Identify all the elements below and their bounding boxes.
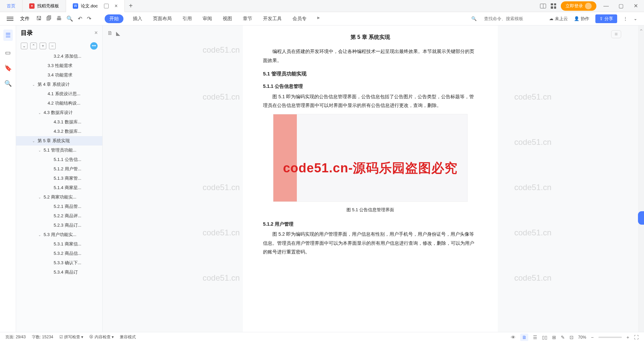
outline-item[interactable]: 3.3 性能需求 [16,61,102,70]
chevron-icon: ⌄ [38,195,42,199]
word-count[interactable]: 字数: 15234 [32,334,53,340]
find-icon[interactable]: 🔍 [4,80,12,87]
more-icon[interactable]: ⋮ [623,16,628,21]
spellcheck-button[interactable]: ☑ 拼写检查 ▾ [59,334,84,340]
main-area: ☰ ▭ 🔖 🔍 目录 × ⌄ ⌃ + − ••• 3.2.4 添加信...3.3… [0,25,644,332]
document-area[interactable]: 🗎 ◣ ≡ 第 5 章 系统实现 编程人员在搭建的开发环境中，会让各种编程技术一… [103,25,638,332]
outline-item[interactable]: ⌄第 4 章 系统设计 [16,80,102,89]
outline-label: 5.3.2 商品信... [54,250,81,256]
outline-item[interactable]: 5.1.3 商家管... [16,174,102,183]
doc-mode-arrow-icon[interactable]: ◣ [116,30,120,37]
close-icon[interactable]: × [115,3,118,9]
outline-item[interactable]: 5.1.4 商家星... [16,183,102,192]
outline-item[interactable]: 4.2 功能结构设... [16,99,102,108]
shapes-icon[interactable]: ▭ [5,49,11,56]
tab-template[interactable]: ✦ 找稻壳模板 [22,0,66,12]
print-icon[interactable]: 🖶 [56,15,62,22]
close-window-button[interactable]: ✕ [631,3,641,9]
cloud-button[interactable]: ☁ 未上云 [549,16,568,22]
zoom-level[interactable]: 70% [578,335,586,340]
save-as-icon[interactable]: 🗐 [46,15,52,22]
close-panel-icon[interactable]: × [95,30,98,36]
outline-item[interactable]: ⌄4.3 数据库设计 [16,108,102,117]
side-toggle-icon[interactable]: ≡ [611,30,621,38]
preview-icon[interactable]: 🔍 [66,15,73,22]
window-split-icon[interactable] [104,4,109,8]
ribbon-start[interactable]: 开始 [105,14,123,23]
collapse-ribbon-icon[interactable]: ⌄ [634,16,637,21]
zoom-slider[interactable] [598,337,622,338]
outline-item[interactable]: 5.1.1 公告信... [16,155,102,164]
outline-item[interactable]: 4.3.1 数据库... [16,117,102,127]
outline-item[interactable]: 4.3.2 数据库... [16,127,102,136]
bookmark-icon[interactable]: 🔖 [4,64,12,72]
ribbon-insert[interactable]: 插入 [131,14,144,23]
maximize-button[interactable]: ▢ [616,3,626,9]
expand-all-icon[interactable]: ⌃ [30,43,37,49]
outline-item[interactable]: ⌄5.3 用户功能实... [16,230,102,239]
add-heading-icon[interactable]: + [40,43,46,49]
collapse-all-icon[interactable]: ⌄ [21,43,28,49]
login-button[interactable]: 立即登录 [561,1,596,11]
ribbon-chapter[interactable]: 章节 [241,14,254,23]
doc-mode-icon[interactable]: 🗎 [107,30,113,37]
outline-item[interactable]: 5.3.4 商品订 [16,268,102,277]
layout-icon[interactable] [540,4,546,8]
outline-label: 5.3.3 确认下... [54,260,81,266]
zoom-fit-icon[interactable]: ⊡ [570,335,574,340]
view-web-icon[interactable]: ⊞ [552,335,556,340]
compat-mode[interactable]: 兼容模式 [120,334,136,340]
ribbon-layout[interactable]: 页面布局 [152,14,173,23]
save-icon[interactable]: 🖫 [36,15,42,22]
outline-item[interactable]: 3.2.4 添加信... [16,52,102,61]
file-menu[interactable]: 文件 [20,16,30,22]
outline-item[interactable]: 5.2.3 商品订... [16,221,102,230]
view-read-icon[interactable]: ▯▯ [542,335,547,340]
assist-icon[interactable]: ••• [90,42,98,50]
side-handle[interactable] [638,211,644,225]
tab-document[interactable]: W 论文.doc × [66,0,125,12]
menu-icon[interactable] [7,17,13,21]
fullscreen-icon[interactable]: ⛶ [634,335,639,340]
outline-item[interactable]: ⌄第 5 章 系统实现 [16,136,102,146]
figure-caption: 图 5.1 公告信息管理界面 [263,206,478,214]
tab-home[interactable]: 首页 [0,0,22,12]
remove-heading-icon[interactable]: − [49,43,56,49]
zoom-out-button[interactable]: − [591,335,594,340]
add-tab-button[interactable]: + [125,2,137,10]
content-check-button[interactable]: ⦿ 内容检查 ▾ [89,334,114,340]
outline-item[interactable]: 5.3.1 商家信... [16,239,102,249]
ribbon-devtools[interactable]: 开发工具 [262,14,283,23]
scroll-up-icon[interactable]: ⌃ [639,28,643,35]
share-button[interactable]: ⇪ 分享 [595,14,617,23]
undo-icon[interactable]: ↶ [78,15,82,22]
ribbon-view[interactable]: 视图 [221,14,233,23]
outline-item[interactable]: 5.3.2 商品信... [16,249,102,258]
search-input[interactable] [483,15,543,22]
view-outline-icon[interactable]: ☰ [533,335,537,340]
page-count[interactable]: 页面: 29/43 [5,334,26,340]
eye-icon[interactable]: 👁 [511,335,516,340]
outline-item[interactable]: 5.1.2 用户管... [16,164,102,174]
ribbon-more-icon[interactable]: ▶ [316,14,321,23]
coop-button[interactable]: 👤 协作 [574,16,589,22]
outline-item[interactable]: ⌄5.1 管理员功能... [16,146,102,155]
ribbon-review[interactable]: 审阅 [201,14,213,23]
outline-item[interactable]: 5.2.1 商品管... [16,202,102,211]
zoom-in-button[interactable]: + [627,335,629,340]
outline-item[interactable]: 4.1 系统设计思... [16,89,102,99]
ribbon-ref[interactable]: 引用 [181,14,193,23]
outline-icon[interactable]: ☰ [3,30,13,41]
view-page-icon[interactable]: 🗎 [520,334,528,341]
outline-label: 5.1 管理员功能... [44,147,76,153]
redo-icon[interactable]: ↷ [87,15,91,22]
outline-item[interactable]: ⌄5.2 商家功能实... [16,192,102,202]
watermark: code51.cn [203,89,240,105]
minimize-button[interactable]: — [601,3,611,9]
outline-item[interactable]: 5.3.3 确认下... [16,258,102,268]
apps-icon[interactable] [551,3,556,9]
outline-item[interactable]: 3.4 功能需求 [16,70,102,80]
outline-item[interactable]: 5.2.2 商品评... [16,211,102,221]
ribbon-member[interactable]: 会员专 [291,14,308,23]
highlight-icon[interactable]: ✎ [561,335,565,340]
